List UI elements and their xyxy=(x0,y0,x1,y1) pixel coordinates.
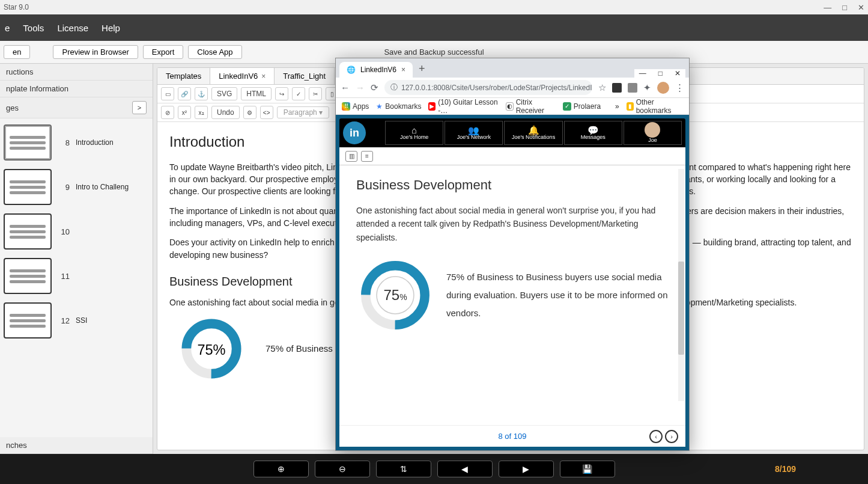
bookmarks-bookmark[interactable]: ★Bookmarks xyxy=(376,102,421,111)
export-button[interactable]: Export xyxy=(143,45,184,59)
browser-minimize-icon[interactable]: — xyxy=(639,69,646,78)
prev-page-icon[interactable]: ‹ xyxy=(649,430,663,443)
globe-icon: 🌐 xyxy=(347,66,356,74)
check-icon[interactable]: ✓ xyxy=(292,87,305,100)
prolaera-bookmark[interactable]: ✓Prolaera xyxy=(563,102,601,111)
preview-button[interactable]: Preview in Browser xyxy=(53,45,138,59)
page-row[interactable]: 12 SSI xyxy=(2,300,150,341)
subscript-button[interactable]: x₂ xyxy=(195,106,208,119)
app-title: Star 9.0 xyxy=(4,3,29,11)
nav-network[interactable]: 👥Joe's Network xyxy=(445,121,503,145)
svg-button[interactable]: SVG xyxy=(211,87,237,100)
close-icon[interactable]: ✕ xyxy=(858,3,864,12)
more-bookmarks-icon[interactable]: » xyxy=(615,102,619,111)
back-icon[interactable]: ← xyxy=(341,82,350,93)
page-label: SSI xyxy=(76,316,87,325)
panel-head-template-info[interactable]: nplate Information xyxy=(0,81,153,97)
next-page-icon[interactable]: › xyxy=(665,430,678,443)
minimize-icon[interactable]: — xyxy=(824,3,831,12)
menu-tools[interactable]: Tools xyxy=(23,23,44,33)
page-thumb[interactable] xyxy=(4,124,52,161)
nav-me[interactable]: Joe xyxy=(624,121,682,145)
panel-head-instructions[interactable]: ructions xyxy=(0,64,153,81)
goto-button[interactable]: > xyxy=(132,101,147,114)
page-thumb[interactable] xyxy=(4,169,52,205)
menu-file[interactable]: e xyxy=(5,23,10,33)
profile-avatar-icon[interactable] xyxy=(657,82,669,94)
page-label: Introduction xyxy=(76,138,114,147)
nav-home[interactable]: ⌂Joe's Home xyxy=(385,121,443,145)
nav-messages[interactable]: 💬Messages xyxy=(564,121,622,145)
browser-tabstrip: 🌐 LinkedInV6 × + — □ ✕ xyxy=(336,58,689,78)
view-list-icon[interactable]: ≡ xyxy=(361,151,373,162)
link-icon[interactable]: 🔗 xyxy=(178,87,191,100)
menu-bar: e Tools License Help xyxy=(0,14,868,41)
panel-head-branches[interactable]: nches xyxy=(0,437,153,454)
apps-bookmark[interactable]: ⠿Apps xyxy=(342,102,369,111)
sort-button[interactable]: ⇅ xyxy=(376,461,431,477)
page-list[interactable]: 8 Introduction 9 Intro to Challeng 10 11… xyxy=(0,118,153,437)
page-thumb[interactable] xyxy=(4,302,52,338)
browser-maximize-icon[interactable]: □ xyxy=(658,69,663,78)
menu-help[interactable]: Help xyxy=(102,23,120,33)
star-icon[interactable]: ☆ xyxy=(598,82,606,93)
page-row[interactable]: 9 Intro to Challeng xyxy=(2,167,150,207)
maximize-icon[interactable]: □ xyxy=(842,3,847,12)
redo-icon[interactable]: ↪ xyxy=(275,87,288,100)
forward-icon[interactable]: → xyxy=(356,82,365,93)
anchor-icon[interactable]: ⚓ xyxy=(195,87,208,100)
course-page[interactable]: Business Development One astonishing fac… xyxy=(339,165,685,425)
other-bookmarks[interactable]: ▮Other bookmarks xyxy=(627,98,683,115)
close-app-button[interactable]: Close App xyxy=(188,45,241,59)
home-icon: ⌂ xyxy=(411,126,417,135)
stat-row: 75% 75% of Business to Business buyers u… xyxy=(356,256,669,334)
page-thumb[interactable] xyxy=(4,213,52,250)
undo-button[interactable]: Undo xyxy=(211,106,240,119)
tab-templates[interactable]: Templates xyxy=(157,68,210,84)
superscript-button[interactable]: x² xyxy=(178,106,191,119)
view-split-icon[interactable]: ▥ xyxy=(345,151,357,162)
save-button[interactable]: 💾 xyxy=(560,461,615,477)
page-row[interactable]: 10 xyxy=(2,211,150,252)
lang-button[interactable]: en xyxy=(4,45,30,59)
code-icon[interactable]: <> xyxy=(260,106,273,119)
page-row[interactable]: 8 Introduction xyxy=(2,122,150,163)
zoom-out-button[interactable]: ⊖ xyxy=(315,461,370,477)
prev-button[interactable]: ◀ xyxy=(437,461,493,477)
cut-icon[interactable]: ✂ xyxy=(309,87,322,100)
tab-close-icon[interactable]: × xyxy=(261,72,266,81)
gear-icon[interactable]: ⚙ xyxy=(243,106,256,119)
page-row[interactable]: 11 xyxy=(2,256,150,296)
tool-icon[interactable]: ▭ xyxy=(161,87,174,100)
ext2-icon[interactable] xyxy=(628,83,637,93)
ext1-icon[interactable] xyxy=(612,83,622,93)
tab-close-icon[interactable]: × xyxy=(401,66,405,74)
page-number: 11 xyxy=(58,272,70,281)
panel-head-pages[interactable]: ges > xyxy=(0,97,153,118)
zoom-in-button[interactable]: ⊕ xyxy=(253,461,309,477)
browser-close-icon[interactable]: ✕ xyxy=(675,69,681,78)
left-panel: ructions nplate Information ges > 8 Intr… xyxy=(0,64,153,454)
citrix-bookmark[interactable]: ◐Citrix Receiver xyxy=(506,98,555,115)
chat-icon: 💬 xyxy=(587,126,599,135)
extensions-icon[interactable]: ✦ xyxy=(643,82,651,93)
tab-linkedinv6[interactable]: LinkedInV6× xyxy=(210,68,275,84)
linkedin-logo-icon[interactable]: in xyxy=(343,121,366,144)
browser-tab[interactable]: 🌐 LinkedInV6 × xyxy=(339,62,413,78)
url-text: 127.0.0.1:8008/Csite/Users/rober/LodeSta… xyxy=(401,84,592,92)
new-tab-icon[interactable]: + xyxy=(419,63,425,78)
clear-icon[interactable]: ⊘ xyxy=(161,106,174,119)
scrollbar-thumb[interactable] xyxy=(678,262,684,354)
guitar-bookmark[interactable]: ▶(10) Guitar Lesson -… xyxy=(428,98,499,115)
scrollbar[interactable] xyxy=(678,169,684,401)
next-button[interactable]: ▶ xyxy=(499,461,554,477)
html-button[interactable]: HTML xyxy=(241,87,272,100)
paragraph-select[interactable]: Paragraph ▾ xyxy=(277,106,329,118)
tab-traffic-light[interactable]: Traffic_Light xyxy=(275,68,335,84)
reload-icon[interactable]: ⟳ xyxy=(371,82,378,93)
nav-notifications[interactable]: 🔔Joe's Notifications xyxy=(504,121,562,145)
menu-icon[interactable]: ⋮ xyxy=(675,82,684,93)
url-input[interactable]: ⓘ 127.0.0.1:8008/Csite/Users/rober/LodeS… xyxy=(384,80,592,95)
menu-license[interactable]: License xyxy=(57,23,88,33)
page-thumb[interactable] xyxy=(4,258,52,294)
